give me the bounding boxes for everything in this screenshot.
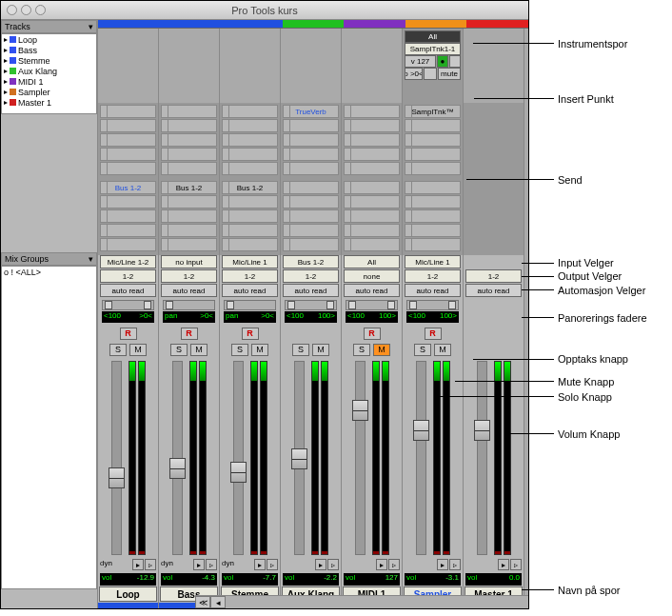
midi-mute-button[interactable]: mute [438,68,461,80]
insert-slot[interactable] [161,105,217,118]
send-slot[interactable] [283,195,339,209]
volume-fader[interactable] [294,361,305,555]
output-window-icon[interactable]: ▸ [315,559,326,570]
send-slot[interactable] [344,224,400,237]
send-slot[interactable] [405,238,461,251]
insert-slot[interactable] [161,162,217,175]
midi-input-all[interactable]: All [405,30,461,43]
insert-stub-icon[interactable] [405,163,412,174]
send-slot[interactable] [222,224,278,237]
send-slot[interactable] [283,209,339,223]
automation-icon[interactable]: ▹ [327,559,339,570]
send-stub-icon[interactable] [101,225,108,236]
automation-icon[interactable]: ▹ [267,559,278,570]
send-slot[interactable] [344,209,400,223]
insert-stub-icon[interactable] [162,120,168,131]
chevron-down-icon[interactable]: ▾ [89,254,93,264]
send-slot[interactable] [283,238,339,251]
insert-slot[interactable]: SamplTnk™ [405,105,461,118]
pan-slider[interactable] [346,300,398,310]
send-slot[interactable]: Bus 1-2 [100,181,156,194]
send-slot[interactable] [405,209,461,223]
insert-stub-icon[interactable] [345,149,351,160]
pan-thumb[interactable] [287,301,295,309]
insert-slot[interactable] [100,119,156,132]
insert-slot[interactable] [100,105,156,118]
insert-slot[interactable] [222,119,278,132]
send-stub-icon[interactable] [284,196,290,208]
pan-thumb[interactable] [348,301,356,309]
solo-button[interactable]: S [292,344,309,356]
record-button[interactable]: R [425,328,442,340]
insert-stub-icon[interactable] [345,120,351,131]
record-button[interactable]: R [181,328,198,340]
send-stub-icon[interactable] [284,210,290,222]
volume-fader[interactable] [172,361,183,555]
output-selector[interactable]: 1-2 [100,269,156,283]
send-stub-icon[interactable] [223,210,229,222]
mute-button[interactable]: M [129,344,147,356]
input-selector[interactable]: All [344,255,400,268]
fader-knob[interactable] [291,448,307,469]
mixgroups-header[interactable]: Mix Groups ▾ [1,252,97,266]
insert-slot[interactable] [405,133,461,147]
insert-slot[interactable] [222,162,278,175]
pan-thumb[interactable] [387,301,395,309]
mute-button[interactable]: M [190,344,208,356]
pan-slider[interactable] [224,300,276,310]
automation-icon[interactable]: ▹ [145,559,156,570]
send-slot[interactable] [100,224,156,237]
send-stub-icon[interactable] [284,239,290,250]
send-stub-icon[interactable] [284,182,290,193]
pan-thumb[interactable] [144,301,151,309]
automation-selector[interactable]: auto read [161,284,217,297]
fader-knob[interactable] [230,462,247,483]
track-list-item[interactable]: ▸Sampler [2,87,96,97]
automation-icon[interactable]: ▹ [449,559,461,570]
send-slot[interactable] [100,238,156,251]
fader-knob[interactable] [352,400,368,421]
output-window-icon[interactable]: ▸ [376,559,387,570]
output-window-icon[interactable]: ▸ [254,559,266,570]
insert-stub-icon[interactable] [223,120,229,131]
insert-slot[interactable] [100,162,156,175]
send-stub-icon[interactable] [405,182,412,193]
fader-knob[interactable] [413,420,429,441]
insert-slot[interactable] [283,133,339,147]
insert-stub-icon[interactable] [101,134,108,146]
send-stub-icon[interactable] [345,210,351,222]
automation-selector[interactable]: auto read [465,284,522,297]
solo-button[interactable]: S [414,344,431,356]
output-window-icon[interactable]: ▸ [132,559,144,570]
send-stub-icon[interactable] [223,196,229,208]
send-stub-icon[interactable] [345,239,351,250]
send-stub-icon[interactable] [405,210,412,222]
automation-selector[interactable]: auto read [344,284,400,297]
automation-selector[interactable]: auto read [405,284,461,297]
send-stub-icon[interactable] [345,225,351,236]
send-slot[interactable] [344,238,400,251]
insert-stub-icon[interactable] [284,163,290,174]
insert-stub-icon[interactable] [162,163,168,174]
insert-stub-icon[interactable] [405,134,412,146]
track-list-item[interactable]: ▸MIDI 1 [2,76,96,87]
send-slot[interactable] [222,238,278,251]
input-selector[interactable]: Bus 1-2 [283,255,339,268]
tracks-header[interactable]: Tracks ▾ [1,20,97,33]
insert-slot[interactable] [161,133,217,147]
mute-button[interactable]: M [312,344,329,356]
insert-stub-icon[interactable] [345,106,351,117]
output-selector[interactable]: 1-2 [405,269,461,283]
output-selector[interactable]: 1-2 [465,269,522,283]
send-slot[interactable] [161,209,217,223]
horizontal-scrollbar[interactable]: ≪ ◂ [195,595,528,608]
fader-knob[interactable] [169,458,186,479]
send-slot[interactable] [283,224,339,237]
insert-stub-icon[interactable] [284,106,290,117]
insert-stub-icon[interactable] [223,134,229,146]
midi-thru-button[interactable] [449,55,461,68]
insert-slot[interactable] [405,119,461,132]
automation-icon[interactable]: ▹ [206,559,217,570]
send-stub-icon[interactable] [101,196,108,208]
send-stub-icon[interactable] [223,239,229,250]
